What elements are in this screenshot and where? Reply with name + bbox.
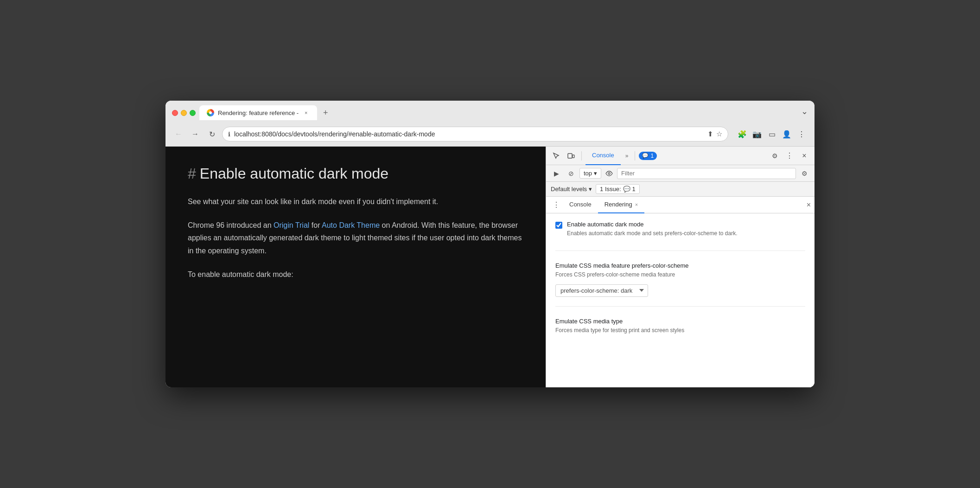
rendering-content: Enable automatic dark mode Enables autom…	[546, 213, 815, 387]
issues-badge-icon: 💬	[623, 186, 630, 193]
console-context-label: top	[584, 170, 592, 177]
panel-tabs-more-icon[interactable]: ⋮	[550, 200, 563, 209]
rendering-panel-tab-label: Rendering	[605, 201, 632, 208]
page-paragraph-2: Chrome 96 introduced an Origin Trial for…	[188, 219, 523, 257]
rendering-section-auto-dark: Enable automatic dark mode Enables autom…	[555, 221, 805, 251]
origin-trial-link[interactable]: Origin Trial	[274, 221, 309, 229]
new-tab-button[interactable]: +	[319, 106, 332, 119]
browser-toolbar-icons: 🧩 📷 ▭ 👤 ⋮	[736, 128, 808, 141]
title-bar-top: Rendering: feature reference - × + ⌄	[172, 105, 808, 120]
levels-label: Default levels	[551, 186, 587, 193]
console-play-icon[interactable]: ▶	[550, 167, 563, 180]
extensions-icon[interactable]: 🧩	[736, 128, 749, 141]
devtools-device-icon[interactable]	[565, 149, 578, 162]
tab-favicon	[207, 109, 214, 116]
auto-dark-checkbox[interactable]	[555, 222, 562, 229]
minimize-traffic-light[interactable]	[181, 110, 187, 116]
address-actions: ⬆ ☆	[707, 130, 722, 138]
info-icon: ℹ	[228, 131, 230, 138]
rendering-tab-close-icon[interactable]: ×	[635, 202, 638, 207]
console-settings-icon[interactable]: ⚙	[798, 167, 811, 180]
devtools-levels-bar: Default levels ▾ 1 Issue: 💬 1	[546, 182, 815, 197]
page-paragraph-3: To enable automatic dark mode:	[188, 268, 523, 281]
issues-count: 1	[632, 186, 636, 193]
maximize-traffic-light[interactable]	[190, 110, 196, 116]
page-content: # Enable automatic dark mode See what yo…	[165, 147, 546, 387]
browser-tab-active[interactable]: Rendering: feature reference - ×	[199, 105, 317, 120]
devtools-issues-badge[interactable]: 💬 1	[639, 152, 657, 160]
auto-dark-desc: Enables automatic dark mode and sets pre…	[567, 230, 805, 238]
tab-close-icon: ×	[305, 110, 307, 116]
devtools-overflow-button[interactable]: ⋮	[783, 149, 796, 162]
auto-dark-title: Enable automatic dark mode	[567, 221, 805, 228]
auto-dark-content: Enable automatic dark mode Enables autom…	[567, 221, 805, 238]
window-controls-right: ⌄	[801, 106, 808, 119]
heading-hash: #	[188, 165, 196, 182]
color-scheme-select[interactable]: prefers-color-scheme: dark prefers-color…	[555, 284, 648, 297]
issues-badge[interactable]: 1 Issue: 💬 1	[596, 184, 640, 194]
devtools-toolbar: Console » 💬 1 ⚙ ⋮ ×	[546, 147, 815, 165]
devtools-more-tabs[interactable]: »	[623, 153, 631, 159]
back-button[interactable]: ←	[172, 128, 185, 141]
rendering-panel-tab[interactable]: Rendering ×	[598, 197, 644, 213]
address-bar-row: ← → ↻ ℹ localhost:8080/docs/devtools/ren…	[165, 124, 815, 146]
badge-message-icon: 💬	[642, 153, 649, 159]
main-area: # Enable automatic dark mode See what yo…	[165, 146, 815, 387]
devtools-close-button[interactable]: ×	[798, 149, 811, 162]
levels-chevron: ▾	[589, 186, 592, 193]
media-type-title: Emulate CSS media type	[555, 318, 805, 325]
console-panel-tab-label: Console	[569, 201, 592, 208]
profile-icon[interactable]: 👤	[780, 128, 793, 141]
reload-button[interactable]: ↻	[205, 128, 218, 141]
toolbar-separator	[581, 151, 582, 161]
svg-point-2	[608, 173, 610, 174]
panel-close-button[interactable]: ×	[807, 201, 811, 209]
tab-title: Rendering: feature reference -	[218, 109, 299, 116]
forward-button[interactable]: →	[189, 128, 202, 141]
devtools-panel: Console » 💬 1 ⚙ ⋮ × ▶ ⊘ top	[546, 147, 815, 387]
page-body: See what your site can look like in dark…	[188, 195, 523, 281]
color-scheme-title: Emulate CSS media feature prefers-color-…	[555, 262, 805, 269]
color-scheme-select-row: prefers-color-scheme: dark prefers-color…	[555, 284, 805, 297]
context-dropdown-arrow: ▾	[594, 170, 597, 177]
tabs-row: Rendering: feature reference - × +	[199, 105, 797, 120]
default-levels-dropdown[interactable]: Default levels ▾	[551, 186, 592, 193]
svg-rect-1	[573, 155, 574, 158]
tab-close-button[interactable]: ×	[302, 109, 310, 116]
svg-rect-0	[568, 154, 572, 158]
traffic-lights	[172, 110, 196, 116]
camera-icon[interactable]: 📷	[751, 128, 764, 141]
badge-count: 1	[650, 153, 654, 159]
window-chevron-icon[interactable]: ⌄	[801, 106, 808, 116]
devtools-console-toolbar: ▶ ⊘ top ▾ ⚙	[546, 165, 815, 182]
share-icon[interactable]: ⬆	[707, 130, 713, 138]
address-bar[interactable]: ℹ localhost:8080/docs/devtools/rendering…	[222, 127, 728, 141]
issues-label-text: 1 Issue:	[600, 186, 621, 193]
address-text: localhost:8080/docs/devtools/rendering/#…	[234, 130, 704, 138]
console-eye-button[interactable]	[603, 167, 615, 180]
media-type-desc: Forces media type for testing print and …	[555, 327, 805, 334]
auto-dark-checkbox-row: Enable automatic dark mode Enables autom…	[555, 221, 805, 238]
auto-dark-theme-link[interactable]: Auto Dark Theme	[322, 221, 380, 229]
browser-menu-icon[interactable]: ⋮	[795, 128, 808, 141]
page-heading: # Enable automatic dark mode	[188, 165, 523, 182]
title-bar: Rendering: feature reference - × + ⌄	[165, 101, 815, 124]
devtools-console-tab[interactable]: Console	[585, 147, 621, 165]
toolbar-separator-2	[635, 151, 635, 161]
color-scheme-desc: Forces CSS prefers-color-scheme media fe…	[555, 271, 805, 279]
page-paragraph-1: See what your site can look like in dark…	[188, 195, 523, 208]
bookmark-icon[interactable]: ☆	[716, 130, 722, 138]
sidebar-toggle-icon[interactable]: ▭	[765, 128, 778, 141]
close-traffic-light[interactable]	[172, 110, 178, 116]
console-context-dropdown[interactable]: top ▾	[579, 168, 601, 179]
browser-window: Rendering: feature reference - × + ⌄ ← →…	[165, 101, 815, 387]
devtools-settings-button[interactable]: ⚙	[768, 149, 781, 162]
devtools-panel-tabs: ⋮ Console Rendering × ×	[546, 197, 815, 213]
rendering-section-media-type: Emulate CSS media type Forces media type…	[555, 318, 805, 344]
devtools-inspect-icon[interactable]	[550, 149, 563, 162]
console-filter-input[interactable]	[617, 168, 796, 179]
rendering-section-color-scheme: Emulate CSS media feature prefers-color-…	[555, 262, 805, 307]
heading-text: Enable automatic dark mode	[200, 165, 388, 182]
console-clear-icon[interactable]: ⊘	[565, 167, 578, 180]
console-panel-tab[interactable]: Console	[563, 197, 598, 213]
